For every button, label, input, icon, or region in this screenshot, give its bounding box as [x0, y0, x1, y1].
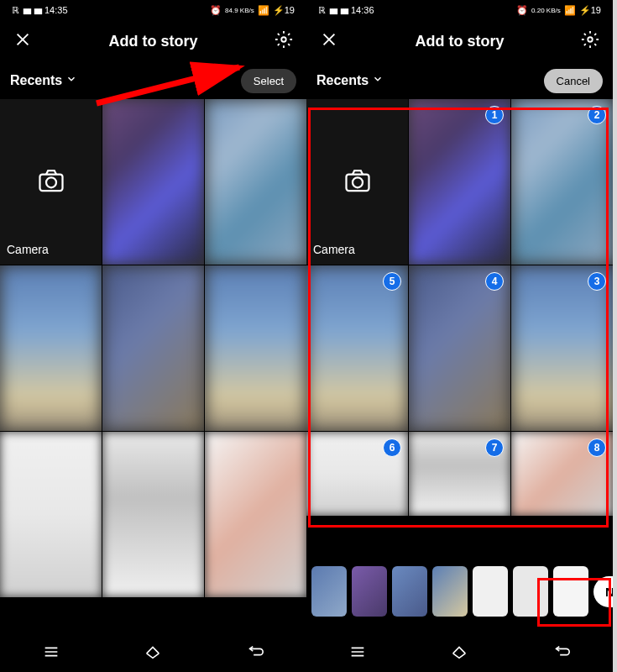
signal-icon — [340, 5, 348, 15]
camera-icon — [342, 165, 373, 199]
album-label: Recents — [316, 73, 369, 88]
selected-thumb[interactable] — [311, 566, 347, 617]
camera-tile[interactable]: Camera — [0, 99, 102, 265]
signal-icon — [329, 5, 337, 15]
media-tile[interactable]: 3 — [511, 265, 613, 431]
signal-icon — [34, 5, 41, 15]
album-picker[interactable]: Recents — [10, 73, 77, 88]
close-icon[interactable] — [320, 30, 338, 52]
selected-thumb[interactable] — [392, 566, 427, 617]
camera-label: Camera — [7, 243, 49, 256]
home-icon[interactable] — [144, 643, 162, 664]
media-tile[interactable] — [102, 432, 204, 597]
selection-badge: 8 — [588, 438, 606, 457]
signal-icon — [23, 5, 30, 15]
wifi-icon: 📶 — [258, 5, 269, 16]
media-tile[interactable]: 2 — [511, 99, 613, 265]
media-tile[interactable] — [0, 432, 102, 597]
media-tile[interactable]: 7 — [409, 432, 510, 516]
status-time: 14:36 — [351, 5, 374, 15]
selected-thumb[interactable] — [473, 566, 508, 617]
media-tile[interactable] — [102, 99, 204, 265]
header: Add to story — [0, 20, 306, 62]
selected-thumb[interactable] — [553, 566, 588, 617]
next-label: Next — [605, 585, 613, 599]
sub-header: Recents Select — [0, 62, 306, 99]
alarm-icon: ⏰ — [210, 5, 222, 16]
data-speed: 0.20 KB/s — [531, 7, 561, 14]
header: Add to story — [306, 20, 613, 62]
media-tile[interactable]: 1 — [409, 99, 510, 265]
selection-badge: 3 — [588, 272, 606, 291]
select-button[interactable]: Select — [241, 69, 296, 93]
page-title: Add to story — [416, 33, 505, 50]
android-nav-bar — [306, 635, 613, 672]
media-grid: Camera 1 2 5 4 3 6 7 8 — [306, 99, 613, 516]
back-icon[interactable] — [246, 643, 264, 664]
selected-thumb[interactable] — [432, 566, 468, 617]
media-tile[interactable]: 8 — [511, 432, 613, 516]
android-nav-bar — [0, 635, 306, 672]
album-label: Recents — [10, 73, 62, 88]
battery-icon: ⚡19 — [579, 5, 601, 16]
camera-icon — [36, 165, 66, 199]
svg-point-0 — [281, 37, 286, 42]
menu-icon[interactable] — [42, 643, 60, 664]
media-tile[interactable]: 5 — [306, 265, 408, 431]
svg-point-4 — [588, 37, 593, 42]
back-icon[interactable] — [552, 643, 571, 664]
gear-icon[interactable] — [275, 30, 293, 52]
media-tile[interactable] — [102, 265, 204, 431]
network-indicator: ℝ — [12, 5, 19, 16]
chevron-down-icon — [372, 73, 384, 88]
selection-badge: 5 — [383, 272, 401, 291]
data-speed: 84.9 KB/s — [225, 7, 254, 14]
home-icon[interactable] — [450, 643, 468, 664]
camera-label: Camera — [313, 243, 355, 256]
svg-point-6 — [353, 177, 363, 187]
phone-screen-right: ℝ 14:36 ⏰ 0.20 KB/s 📶 ⚡19 Add to story R… — [306, 0, 613, 672]
battery-icon: ⚡19 — [273, 5, 295, 16]
alarm-icon: ⏰ — [516, 5, 528, 16]
wifi-icon: 📶 — [564, 5, 576, 16]
gear-icon[interactable] — [581, 30, 599, 52]
svg-point-2 — [46, 177, 56, 187]
phone-screen-left: ℝ 14:35 ⏰ 84.9 KB/s 📶 ⚡19 Add to story R… — [0, 0, 306, 672]
selection-strip: Next — [306, 559, 613, 623]
next-button[interactable]: Next — [593, 576, 613, 607]
status-time: 14:35 — [44, 5, 68, 15]
status-bar: ℝ 14:36 ⏰ 0.20 KB/s 📶 ⚡19 — [306, 0, 613, 20]
selection-badge: 2 — [588, 106, 606, 124]
selected-thumb[interactable] — [513, 566, 548, 617]
media-tile[interactable] — [205, 265, 306, 431]
selection-badge: 6 — [383, 438, 401, 457]
network-indicator: ℝ — [318, 5, 326, 16]
media-grid: Camera — [0, 99, 306, 597]
media-tile[interactable] — [205, 432, 306, 597]
close-icon[interactable] — [13, 30, 32, 52]
selection-badge: 7 — [485, 438, 504, 457]
media-tile[interactable]: 6 — [306, 432, 408, 516]
chevron-down-icon — [65, 73, 77, 88]
selection-badge: 4 — [485, 272, 504, 291]
status-bar: ℝ 14:35 ⏰ 84.9 KB/s 📶 ⚡19 — [0, 0, 306, 20]
media-tile[interactable] — [0, 265, 102, 431]
menu-icon[interactable] — [348, 643, 367, 664]
camera-tile[interactable]: Camera — [306, 99, 408, 265]
sub-header: Recents Cancel — [306, 62, 613, 99]
album-picker[interactable]: Recents — [316, 73, 384, 88]
selection-badge: 1 — [485, 106, 504, 124]
selected-thumb[interactable] — [352, 566, 387, 617]
cancel-button[interactable]: Cancel — [544, 69, 603, 93]
media-tile[interactable]: 4 — [409, 265, 510, 431]
page-title: Add to story — [109, 33, 198, 50]
media-tile[interactable] — [205, 99, 306, 265]
